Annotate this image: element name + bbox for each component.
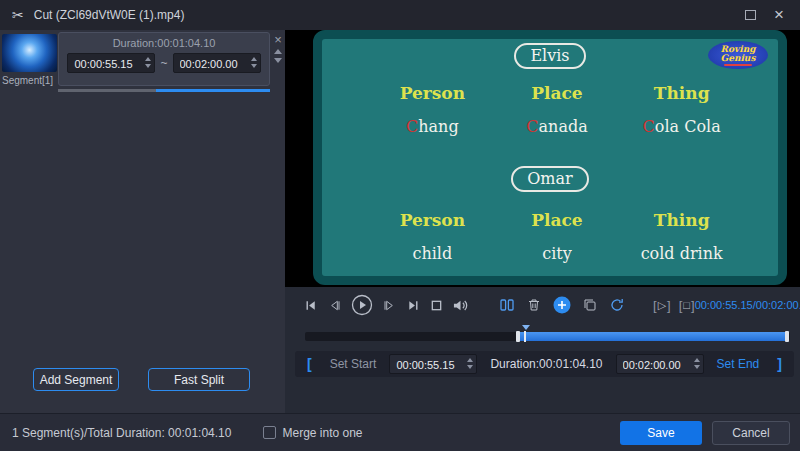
word-cell: child [370, 244, 495, 263]
end-time-steppers[interactable] [694, 358, 700, 369]
add-icon[interactable] [553, 296, 571, 314]
set-end-button[interactable]: Set End ] [717, 356, 782, 372]
word-cell: cold drink [619, 244, 744, 263]
play-button[interactable] [351, 294, 373, 316]
stepper-down-icon[interactable] [467, 365, 473, 369]
playhead-line[interactable] [524, 331, 526, 342]
frame-back-icon[interactable] [327, 298, 342, 313]
segment-end-steppers[interactable] [251, 57, 257, 68]
end-time-input[interactable] [617, 356, 703, 374]
segment-mini-progress [58, 89, 270, 92]
segment-thumbnail-label: Segment[1] [2, 75, 62, 86]
set-end-bracket: ] [777, 356, 782, 372]
word-rest: anada [539, 117, 588, 136]
logo-text-line2: Genius [721, 54, 756, 63]
stop-segment-button[interactable]: [ □ ] [679, 298, 695, 313]
transport-bar: [ ▷ ] [ □ ] 00:00:55.15/00:02:00.00 [303, 293, 790, 317]
word-rest: city [542, 244, 572, 263]
cancel-button[interactable]: Cancel [712, 421, 790, 445]
header-row-2: Person Place Thing [322, 210, 778, 230]
stepper-down-icon[interactable] [694, 365, 700, 369]
word-initial: C [643, 117, 655, 136]
time-display: 00:00:55.15/00:02:00.00 [695, 299, 800, 311]
word-cell: Chang [370, 117, 495, 136]
end-time-field [616, 354, 704, 374]
reset-icon[interactable] [609, 297, 625, 313]
segment-panel: Duration:00:01:04.10 ~ [0, 30, 285, 413]
stop-segment-icon: □ [683, 299, 690, 311]
segment-end-input[interactable] [174, 55, 260, 73]
scissors-icon: ✂ [12, 7, 24, 23]
merge-checkbox[interactable] [263, 426, 276, 439]
selection-start-handle[interactable] [516, 331, 520, 342]
stepper-up-icon[interactable] [694, 358, 700, 362]
logo-swoosh [724, 64, 752, 66]
header-cell: Place [495, 210, 620, 230]
segment-time-row: ~ [59, 53, 269, 73]
segment-start-input[interactable] [68, 55, 154, 73]
play-segment-button[interactable]: [ ▷ ] [653, 298, 671, 313]
header-cell: Thing [619, 83, 744, 103]
start-time-input[interactable] [390, 356, 476, 374]
selection-end-handle[interactable] [785, 331, 789, 342]
volume-icon[interactable] [452, 298, 469, 313]
video-preview[interactable]: Roving Genius Elvis Person Place Thing C… [285, 30, 800, 287]
timeline-selection[interactable] [518, 332, 787, 341]
segment-start-field [67, 53, 155, 73]
fast-split-button[interactable]: Fast Split [148, 368, 250, 391]
stepper-down-icon[interactable] [251, 64, 257, 68]
skip-end-icon[interactable] [406, 298, 421, 313]
start-time-field [389, 354, 477, 374]
set-time-row: [ Set Start Duration:00:01:04.10 Set E [295, 351, 794, 377]
bracket-glyph: [ [653, 298, 657, 313]
bracket-glyph: [ [679, 298, 683, 313]
footer-bar: 1 Segment(s)/Total Duration: 00:01:04.10… [0, 413, 800, 451]
segment-editor: Duration:00:01:04.10 ~ [58, 32, 270, 86]
stop-icon[interactable] [430, 299, 443, 312]
stepper-up-icon[interactable] [251, 57, 257, 61]
time-current: 00:00:55.15 [695, 299, 753, 311]
word-cell: Cola Cola [619, 117, 744, 136]
merge-label[interactable]: Merge into one [282, 426, 362, 440]
word-rest: hang [418, 117, 458, 136]
set-start-button[interactable]: [ Set Start [307, 356, 376, 372]
remove-segment-icon[interactable]: × [274, 35, 282, 45]
header-cell: Thing [619, 210, 744, 230]
segment-mini-progress-fill [156, 89, 270, 92]
timeline[interactable] [305, 329, 790, 343]
stepper-down-icon[interactable] [145, 64, 151, 68]
add-segment-button[interactable]: Add Segment [33, 368, 119, 391]
chevron-down-icon[interactable] [274, 58, 282, 63]
segment-start-steppers[interactable] [145, 57, 151, 68]
maximize-button[interactable] [745, 10, 756, 20]
cut-dialog: ✂ Cut (ZCl69dVtW0E (1).mp4) × Duration:0… [0, 0, 800, 451]
section-title-omar: Omar [511, 166, 588, 192]
skip-start-icon[interactable] [303, 298, 318, 313]
play-segment-icon: ▷ [658, 299, 666, 312]
close-button[interactable]: × [774, 8, 784, 22]
merge-into-one-option[interactable]: Merge into one [263, 426, 362, 440]
word-initial: C [526, 117, 538, 136]
time-total: 00:02:00.00 [756, 299, 800, 311]
word-rest: ola Cola [655, 117, 721, 136]
footer-buttons: Save Cancel [620, 421, 790, 445]
segment-end-field [173, 53, 261, 73]
stepper-up-icon[interactable] [145, 57, 151, 61]
chevron-up-icon[interactable] [274, 49, 282, 54]
window-title: Cut (ZCl69dVtW0E (1).mp4) [34, 8, 185, 22]
frame-forward-icon[interactable] [382, 298, 397, 313]
start-time-steppers[interactable] [467, 358, 473, 369]
playhead-marker[interactable] [522, 325, 530, 330]
save-button[interactable]: Save [620, 421, 702, 445]
copy-icon[interactable] [582, 297, 598, 313]
stepper-up-icon[interactable] [467, 358, 473, 362]
split-icon[interactable] [499, 297, 515, 313]
segment-thumbnail[interactable] [2, 34, 57, 72]
delete-icon[interactable] [526, 297, 542, 313]
set-end-label: Set End [717, 357, 760, 371]
preview-segment-group: [ ▷ ] [ □ ] [653, 298, 695, 313]
bracket-glyph: ] [667, 298, 671, 313]
titlebar: ✂ Cut (ZCl69dVtW0E (1).mp4) × [0, 0, 800, 30]
transport-group [303, 294, 469, 316]
status-text: 1 Segment(s)/Total Duration: 00:01:04.10 [12, 426, 231, 440]
